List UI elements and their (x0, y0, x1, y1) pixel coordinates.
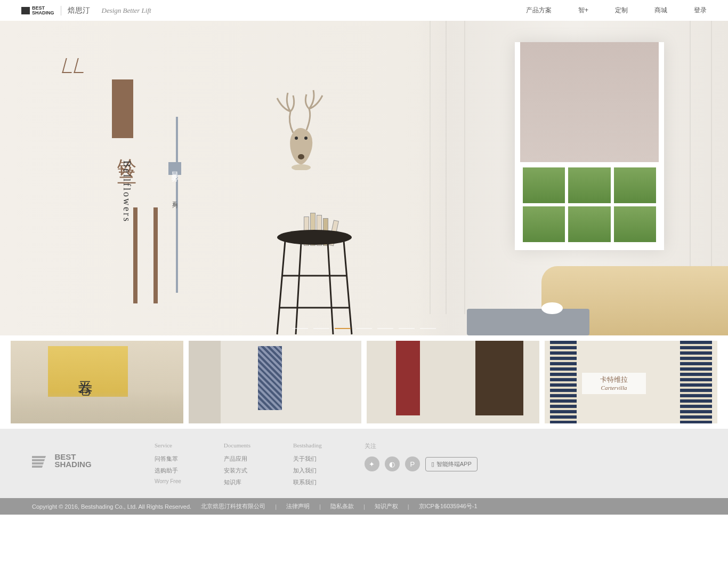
brand-cn: 焙思汀 (68, 6, 90, 15)
thumb-4-label: 卡特维拉 Cartervilla (582, 373, 646, 394)
icp: 京ICP备16035946号-1 (419, 502, 478, 510)
roman-blind (520, 42, 659, 162)
hero-subtitle: 晨雾 (168, 162, 181, 175)
footer-link-about[interactable]: 关于我们 (293, 455, 322, 463)
nav-mall[interactable]: 商城 (654, 6, 667, 15)
hero-grey-bar (176, 117, 178, 293)
logo-icon (21, 7, 30, 14)
footer-link-join[interactable]: 加入我们 (293, 467, 322, 475)
company: 北京焙思汀科技有限公司 (201, 502, 265, 510)
carousel-dots (292, 328, 436, 329)
footer-link-app[interactable]: 产品应用 (224, 455, 250, 463)
hero-subtitle-suffix: 系列 (171, 197, 178, 201)
footer-link-kb[interactable]: 知识库 (224, 478, 250, 486)
copyright: Copyright © 2016, Bestshading Co., Ltd. … (32, 503, 191, 510)
footer-link-install[interactable]: 安装方式 (224, 467, 250, 475)
stool-decoration (269, 228, 360, 335)
footer-col-service: Service 问答集萃 选购助手 Worry Free (155, 442, 181, 484)
phone-icon: ▯ (431, 461, 434, 468)
nav-login[interactable]: 登录 (694, 6, 707, 15)
thumb-1[interactable]: 卷云 (11, 341, 183, 423)
tagline: Design Better Lift (102, 6, 151, 15)
pinterest-icon[interactable]: P (405, 456, 420, 471)
hero-accent-block (112, 79, 133, 138)
thumb-4-cn: 卡特维拉 (582, 375, 646, 384)
footer: BEST SHADING Service 问答集萃 选购助手 Worry Fre… (0, 429, 728, 498)
app-btn-label: 智能终端APP (436, 460, 472, 468)
weibo-icon[interactable]: ◐ (385, 456, 400, 471)
footer-col-title: Bestshading (293, 442, 322, 448)
thumb-2[interactable] (189, 341, 361, 423)
wechat-icon[interactable]: ✦ (365, 456, 379, 471)
deer-decoration (266, 85, 341, 170)
svg-point-0 (292, 164, 311, 170)
svg-point-3 (298, 154, 304, 159)
link-ip[interactable]: 知识产权 (375, 502, 398, 510)
divider (61, 6, 61, 15)
thumb-4-en: Cartervilla (582, 384, 646, 391)
link-legal[interactable]: 法律声明 (286, 502, 310, 510)
hero-title-cn: 铃兰 (114, 143, 140, 156)
logo[interactable]: BEST SHADING (21, 6, 54, 14)
footer-logo-text: BEST SHADING (54, 453, 91, 469)
footer-col-title: Service (155, 442, 181, 448)
curtain-scene (419, 21, 728, 335)
dot-1[interactable] (292, 328, 308, 329)
svg-rect-7 (32, 462, 44, 464)
footer-link-contact[interactable]: 联系我们 (293, 478, 322, 486)
svg-rect-6 (32, 459, 45, 461)
svg-point-2 (304, 137, 308, 140)
dot-7[interactable] (420, 328, 436, 329)
footer-col-sub: Worry Free (155, 478, 181, 484)
nav-products[interactable]: 产品方案 (526, 6, 552, 15)
footer-link-qa[interactable]: 问答集萃 (155, 455, 181, 463)
svg-point-1 (295, 137, 298, 140)
svg-rect-8 (32, 466, 43, 468)
window-panes (520, 165, 659, 245)
dot-3[interactable] (335, 328, 351, 329)
hero-bars (133, 207, 158, 303)
dot-5[interactable] (377, 328, 393, 329)
logo-text: BEST SHADING (32, 6, 54, 14)
footer-logo-icon (32, 453, 50, 469)
hero-banner: 铃兰 Bellflowers 晨雾 系列 (0, 21, 728, 335)
app-download-button[interactable]: ▯ 智能终端APP (425, 457, 478, 471)
header-left: BEST SHADING 焙思汀 Design Better Lift (21, 6, 151, 15)
hero-title-en: Bellflowers (121, 161, 132, 223)
footer-col-bestshading: Bestshading 关于我们 加入我们 联系我们 (293, 442, 322, 490)
footer-col-documents: Documents 产品应用 安装方式 知识库 (224, 442, 250, 490)
nav-smart[interactable]: 智+ (578, 6, 588, 15)
link-privacy[interactable]: 隐私条款 (330, 502, 354, 510)
svg-point-4 (277, 230, 352, 245)
main-nav: 产品方案 智+ 定制 商城 登录 (526, 6, 707, 15)
thumb-4[interactable]: 卡特维拉 Cartervilla (545, 341, 717, 423)
thumbnail-row: 卷云 卡特维拉 Cartervilla (0, 335, 728, 429)
footer-logo: BEST SHADING (32, 442, 112, 469)
dot-4[interactable] (356, 328, 372, 329)
footer-col-title: Documents (224, 442, 250, 448)
footer-bottom: Copyright © 2016, Bestshading Co., Ltd. … (0, 498, 728, 515)
hero-quote (64, 58, 85, 68)
dot-6[interactable] (399, 328, 415, 329)
header: BEST SHADING 焙思汀 Design Better Lift 产品方案… (0, 0, 728, 21)
tray (467, 309, 589, 335)
svg-rect-5 (32, 456, 46, 458)
nav-custom[interactable]: 定制 (615, 6, 628, 15)
footer-link-guide[interactable]: 选购助手 (155, 467, 181, 475)
footer-col-follow: 关注 ✦ ◐ P ▯ 智能终端APP (365, 442, 478, 471)
dot-2[interactable] (313, 328, 329, 329)
footer-follow-title: 关注 (365, 442, 478, 450)
window (515, 42, 664, 250)
thumb-3[interactable] (367, 341, 539, 423)
cup (541, 302, 563, 314)
